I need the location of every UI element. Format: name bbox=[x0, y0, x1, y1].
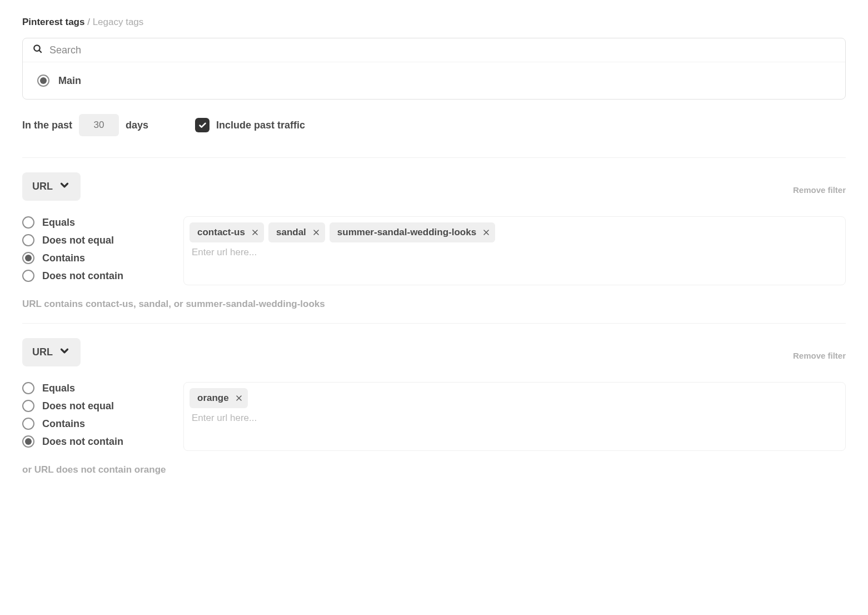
close-icon[interactable] bbox=[483, 229, 490, 236]
radio-operator[interactable] bbox=[22, 400, 34, 412]
filter-head: URLRemove filter bbox=[22, 338, 846, 366]
breadcrumb-root[interactable]: Pinterest tags bbox=[22, 17, 84, 27]
divider bbox=[22, 323, 846, 324]
include-past-checkbox[interactable] bbox=[195, 118, 209, 132]
chip-container: contact-ussandalsummer-sandal-wedding-lo… bbox=[189, 222, 840, 242]
operator-option[interactable]: Equals bbox=[22, 216, 167, 229]
filter-body: EqualsDoes not equalContainsDoes not con… bbox=[22, 216, 846, 285]
operator-option[interactable]: Does not contain bbox=[22, 270, 167, 282]
url-input[interactable] bbox=[189, 242, 840, 262]
radio-operator[interactable] bbox=[22, 216, 34, 229]
chip-text: orange bbox=[197, 393, 229, 404]
url-value-box[interactable]: contact-ussandalsummer-sandal-wedding-lo… bbox=[183, 216, 846, 285]
close-icon[interactable] bbox=[252, 229, 258, 236]
chip-text: sandal bbox=[276, 227, 306, 238]
operator-option[interactable]: Equals bbox=[22, 382, 167, 394]
past-suffix: days bbox=[126, 120, 148, 131]
filter-block: URLRemove filterEqualsDoes not equalCont… bbox=[22, 338, 846, 475]
operator-option[interactable]: Does not contain bbox=[22, 435, 167, 448]
operator-label: Does not equal bbox=[42, 235, 114, 246]
operator-label: Does not contain bbox=[42, 436, 123, 448]
chip-container: orange bbox=[189, 388, 840, 408]
filter-head: URLRemove filter bbox=[22, 172, 846, 201]
chip-text: contact-us bbox=[197, 227, 245, 238]
chevron-down-icon bbox=[58, 345, 71, 360]
radio-operator[interactable] bbox=[22, 418, 34, 430]
tag-label: Main bbox=[58, 75, 81, 87]
operator-list: EqualsDoes not equalContainsDoes not con… bbox=[22, 382, 167, 451]
svg-line-1 bbox=[39, 50, 42, 53]
filter-summary: URL contains contact-us, sandal, or summ… bbox=[22, 299, 846, 310]
operator-label: Does not contain bbox=[42, 270, 123, 282]
url-chip: sandal bbox=[268, 222, 325, 242]
include-past-label: Include past traffic bbox=[216, 120, 305, 131]
url-chip: contact-us bbox=[189, 222, 264, 242]
past-row: In the past days Include past traffic bbox=[22, 114, 846, 136]
operator-option[interactable]: Does not equal bbox=[22, 234, 167, 246]
close-icon[interactable] bbox=[313, 229, 320, 236]
radio-main[interactable] bbox=[37, 75, 49, 87]
search-row[interactable] bbox=[23, 38, 845, 62]
close-icon[interactable] bbox=[236, 395, 242, 401]
days-input[interactable] bbox=[79, 114, 119, 136]
search-icon bbox=[33, 44, 49, 56]
url-input[interactable] bbox=[189, 408, 840, 428]
chevron-down-icon bbox=[58, 179, 71, 194]
radio-operator[interactable] bbox=[22, 234, 34, 246]
radio-operator[interactable] bbox=[22, 270, 34, 282]
filter-summary: or URL does not contain orange bbox=[22, 464, 846, 475]
divider bbox=[22, 157, 846, 158]
operator-option[interactable]: Contains bbox=[22, 252, 167, 264]
radio-operator[interactable] bbox=[22, 252, 34, 264]
filter-block: URLRemove filterEqualsDoes not equalCont… bbox=[22, 172, 846, 310]
chip-text: summer-sandal-wedding-looks bbox=[337, 227, 476, 238]
operator-label: Contains bbox=[42, 418, 85, 430]
operator-option[interactable]: Does not equal bbox=[22, 400, 167, 412]
operator-label: Equals bbox=[42, 217, 75, 229]
search-input[interactable] bbox=[49, 44, 835, 56]
operator-option[interactable]: Contains bbox=[22, 418, 167, 430]
remove-filter-link[interactable]: Remove filter bbox=[793, 351, 846, 360]
operator-label: Equals bbox=[42, 383, 75, 394]
operator-label: Does not equal bbox=[42, 400, 114, 412]
operator-list: EqualsDoes not equalContainsDoes not con… bbox=[22, 216, 167, 285]
svg-point-0 bbox=[34, 45, 40, 51]
url-chip: summer-sandal-wedding-looks bbox=[330, 222, 495, 242]
tag-row-main[interactable]: Main bbox=[23, 62, 845, 99]
filter-body: EqualsDoes not equalContainsDoes not con… bbox=[22, 382, 846, 451]
radio-operator[interactable] bbox=[22, 435, 34, 448]
radio-operator[interactable] bbox=[22, 382, 34, 394]
filter-type-select[interactable]: URL bbox=[22, 172, 81, 201]
remove-filter-link[interactable]: Remove filter bbox=[793, 185, 846, 195]
breadcrumb-sep: / bbox=[87, 17, 92, 27]
filter-type-label: URL bbox=[32, 346, 53, 358]
url-chip: orange bbox=[189, 388, 248, 408]
breadcrumb: Pinterest tags / Legacy tags bbox=[22, 17, 846, 28]
breadcrumb-current: Legacy tags bbox=[93, 17, 144, 27]
tag-selection-box: Main bbox=[22, 38, 846, 100]
operator-label: Contains bbox=[42, 252, 85, 264]
filter-type-select[interactable]: URL bbox=[22, 338, 81, 366]
past-prefix: In the past bbox=[22, 120, 72, 131]
url-value-box[interactable]: orange bbox=[183, 382, 846, 451]
filter-type-label: URL bbox=[32, 181, 53, 192]
